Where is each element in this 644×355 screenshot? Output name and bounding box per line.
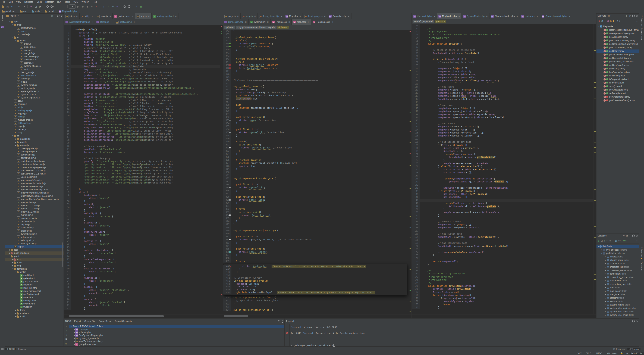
tab-_main-scss[interactable]: S_main.scss✕ <box>270 19 292 25</box>
tree-item[interactable]: JSbootstrap.min.js <box>5 156 64 160</box>
tab-app-js[interactable]: JSapp.js✕ <box>135 13 152 19</box>
tree-arrow-icon[interactable]: ▶ <box>604 273 606 275</box>
error-stripe[interactable] <box>409 30 412 314</box>
more-icon[interactable]: » <box>636 20 638 22</box>
close-icon[interactable]: ✕ <box>92 15 93 18</box>
breadcrumb-item[interactable]: model <box>44 10 55 13</box>
horizontal-scrollbar[interactable] <box>64 314 223 318</box>
breadcrumb-item[interactable]: app <box>19 10 28 13</box>
tab-init-js[interactable]: JSinit.js✕ <box>64 13 80 19</box>
structure-item[interactable]: misAlliance():bool <box>596 74 639 77</box>
close-icon[interactable]: ✕ <box>348 15 350 18</box>
pin-icon[interactable] <box>61 15 62 17</box>
group-icon[interactable]: ▣ <box>65 338 67 340</box>
tree-arrow-icon[interactable]: ▼ <box>12 24 14 26</box>
table-item[interactable]: ▶system_kills_factions: table <box>596 306 639 310</box>
vcs-revert-icon[interactable]: ↺ <box>116 5 119 9</box>
tree-item[interactable]: ▶node_modules <box>5 251 64 255</box>
tab-_colors-scss[interactable]: S_colors.scss✕ <box>113 13 135 19</box>
autoscroll-editor-icon[interactable]: ⇵ <box>629 15 631 17</box>
tree-item[interactable]: JSEasePack.min.js <box>5 175 64 179</box>
tree-arrow-icon[interactable]: ▶ <box>604 270 606 271</box>
tree-item[interactable]: JSsystem_info.js <box>5 87 64 90</box>
menu-tools[interactable]: Tools <box>63 1 72 3</box>
tree-arrow-icon[interactable]: ▼ <box>12 135 14 137</box>
tree-item[interactable]: JSbootstrap-confirmation.js <box>5 160 64 163</box>
tree-item[interactable]: Htrust.html <box>5 305 64 308</box>
breadcrumb-item[interactable]: main <box>31 10 40 13</box>
table-item[interactable]: ▶character_log: table <box>596 265 639 268</box>
tree-item[interactable]: JSmap_settings.js <box>5 55 64 58</box>
tree-item[interactable]: JSmanual.js <box>5 49 64 52</box>
tree-arrow-icon[interactable]: ▶ <box>74 337 75 339</box>
vcs-branch-indicator[interactable]: Git: master <box>606 352 619 354</box>
structure-item[interactable]: mgetAlliances():array <box>596 35 639 39</box>
structure-item[interactable]: mdelete(accessObject):void <box>596 32 639 35</box>
menu-window[interactable]: Window <box>80 1 91 3</box>
tab-controller-php[interactable]: phpController.php✕ <box>327 13 351 19</box>
code-area[interactable]: 12requirejs.config({3 baseUrl: 'js', // … <box>64 25 223 314</box>
close-icon[interactable]: ✕ <box>434 15 435 18</box>
structure-item[interactable]: mgetConnectionData():array <box>596 39 639 42</box>
close-icon[interactable]: ✕ <box>237 15 239 18</box>
tree-item[interactable]: ▶css <box>5 258 64 261</box>
structure-item[interactable]: mgetData():array <box>596 50 639 53</box>
tab-map-scss[interactable]: Smap.scss✕ <box>292 19 311 25</box>
structure-item[interactable]: misPrivate():bool <box>596 81 639 84</box>
tree-item[interactable]: ▼map <box>5 23 64 27</box>
close-icon[interactable]: ✕ <box>332 21 333 23</box>
tree-arrow-icon[interactable]: ▶ <box>15 309 17 311</box>
sort-visibility-icon[interactable]: ↓z <box>601 20 603 22</box>
tab-mapmodel-php[interactable]: phpMapModel.php✕ <box>437 13 462 19</box>
close-icon[interactable]: ✕ <box>280 15 282 18</box>
tree-arrow-icon[interactable]: ▶ <box>74 343 75 345</box>
tree-item[interactable]: JSjquery-1.11.2.min.js <box>5 204 64 207</box>
tree-arrow-icon[interactable]: ▶ <box>604 290 606 292</box>
tree-item[interactable]: ▼templates <box>5 267 64 270</box>
tree-item[interactable]: JSrender.js <box>5 128 64 131</box>
tree-item[interactable]: JSdom.jsPlumb-1.7.5-min.js <box>5 172 64 175</box>
tree-arrow-icon[interactable]: ▼ <box>12 37 14 38</box>
horizontal-scrollbar[interactable] <box>412 314 596 318</box>
tree-item[interactable]: ▼lib <box>5 134 64 137</box>
table-item[interactable]: ▶system: table <box>596 300 639 303</box>
collapse-all-icon[interactable]: ⌁ <box>54 15 56 17</box>
error-stripe[interactable] <box>594 24 596 314</box>
close-icon[interactable]: ✕ <box>92 21 93 23</box>
encoding-indicator[interactable]: UTF-8 ÷ <box>594 352 606 354</box>
stripe-button-7-structure[interactable]: 7: Structure <box>641 16 643 26</box>
stripe-button-1-project[interactable]: 1: Project <box>2 15 4 24</box>
tree-item[interactable]: JSmorris.min.js <box>5 213 64 217</box>
tree-item[interactable]: JSsystem_signature.js <box>5 96 64 99</box>
close-icon[interactable]: ✕ <box>299 15 301 18</box>
menu-run[interactable]: Run <box>56 1 63 3</box>
tree-item[interactable]: ▶datatables <box>5 137 64 141</box>
table-item[interactable]: ▶character: table <box>596 262 639 265</box>
search-everywhere-icon[interactable] <box>123 5 126 9</box>
breadcrumb-item[interactable]: pathfinder <box>2 10 16 13</box>
tree-item[interactable]: JSjquery.dragToSelect.js <box>5 179 64 182</box>
tree-item[interactable]: JStrust.js <box>5 68 64 71</box>
table-item[interactable]: ▶connection_scope: table <box>596 276 639 279</box>
close-icon[interactable]: ✕ <box>324 15 326 18</box>
tab-system-html[interactable]: Hsystem.html✕ <box>248 19 270 25</box>
table-item[interactable]: ▶character_status: table <box>596 269 639 272</box>
table-icon[interactable]: ▦ <box>615 240 617 242</box>
menu-view[interactable]: View <box>14 1 23 3</box>
close-icon[interactable]: ✕ <box>175 15 177 18</box>
breadcrumb-item[interactable]: phpMapModel.php <box>58 10 78 13</box>
tree-item[interactable]: Hsystem.html <box>5 302 64 305</box>
inspection-profile-icon[interactable]: ☻ <box>625 352 630 354</box>
tree-item[interactable]: JSsystem_graph.js <box>5 84 64 87</box>
tree-arrow-icon[interactable]: ▼ <box>9 255 11 257</box>
todo-file[interactable]: ▶JSdataTables.responsive.js <box>69 340 284 343</box>
tree-arrow-icon[interactable]: ▶ <box>604 300 606 302</box>
tree-item[interactable]: JSsystem_route.js <box>5 93 64 96</box>
tree-item[interactable]: ▼ui <box>5 36 64 39</box>
tree-arrow-icon[interactable]: ▶ <box>604 283 606 285</box>
close-icon[interactable]: ✕ <box>76 15 78 18</box>
tree-item[interactable]: JSjquery-1.11.3.min.js <box>5 207 64 210</box>
tree-item[interactable]: JSccp.js <box>5 99 64 103</box>
tree-item[interactable]: JScredit.js <box>5 42 64 46</box>
tree-item[interactable]: ▼dialog <box>5 270 64 274</box>
